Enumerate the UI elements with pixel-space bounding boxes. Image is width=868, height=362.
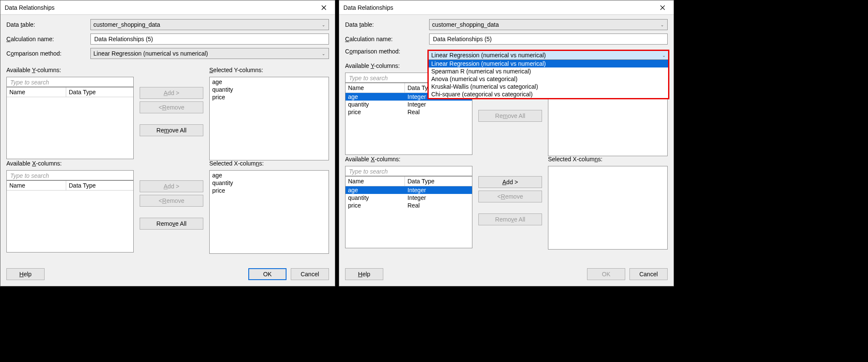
search-y-input[interactable] <box>9 79 131 86</box>
table-row[interactable]: ageInteger <box>346 186 472 194</box>
dropdown-option[interactable]: Linear Regression (numerical vs numerica… <box>429 60 668 67</box>
chevron-down-icon: ⌄ <box>660 22 664 27</box>
dialog-title: Data Relationships <box>5 4 55 11</box>
chevron-down-icon: ⌄ <box>322 51 325 56</box>
calc-name-input-wrap <box>429 34 668 45</box>
dropdown-option[interactable]: Spearman R (numerical vs numerical) <box>429 67 668 75</box>
comp-method-value: Linear Regression (numerical vs numerica… <box>93 50 208 57</box>
cell-name: age <box>346 186 405 194</box>
help-button[interactable]: Help <box>6 268 45 280</box>
titlebar: Data Relationships <box>339 0 674 15</box>
sel-x-label: Selected X-columns: <box>209 160 329 167</box>
cancel-button[interactable]: Cancel <box>291 268 329 280</box>
calc-name-input[interactable] <box>432 35 665 43</box>
comp-method-dropdown[interactable]: Linear Regression (numerical vs numerica… <box>427 50 669 99</box>
search-y-wrap <box>6 77 134 87</box>
comp-method-combo[interactable]: Linear Regression (numerical vs numerica… <box>90 48 329 59</box>
close-icon <box>321 5 326 10</box>
add-x-button[interactable]: Add > <box>478 176 542 188</box>
list-item[interactable]: age <box>212 171 326 179</box>
th-name: Name <box>7 181 66 190</box>
sel-y-list[interactable]: agequantityprice <box>209 77 329 160</box>
list-item[interactable]: price <box>212 93 326 101</box>
sel-x-list[interactable] <box>548 166 668 250</box>
avail-y-label: Available Y-columns: <box>6 67 134 73</box>
th-type: Data Type <box>405 177 472 186</box>
data-table-combo[interactable]: customer_shopping_data ⌄ <box>90 19 329 30</box>
avail-y-header: Name Data Type <box>7 87 133 97</box>
th-name: Name <box>346 177 405 186</box>
sel-x-list[interactable]: agequantityprice <box>209 170 329 254</box>
cell-type: Integer <box>405 101 472 108</box>
th-type: Data Type <box>66 87 133 97</box>
sel-y-label: Selected Y-columns: <box>209 67 329 73</box>
dropdown-option[interactable]: Chi-square (categorical vs categorical) <box>429 90 668 98</box>
th-type: Data Type <box>66 181 133 190</box>
avail-y-list[interactable]: Name Data Type <box>6 87 134 159</box>
list-item[interactable]: price <box>212 187 326 194</box>
chevron-down-icon: ⌄ <box>662 53 666 58</box>
search-x-wrap <box>345 166 472 176</box>
calc-name-input-wrap <box>90 34 329 45</box>
cell-name: quantity <box>346 194 405 202</box>
list-item[interactable]: quantity <box>212 179 326 187</box>
avail-x-label: Available X-columns: <box>345 156 472 163</box>
avail-x-list[interactable]: Name Data Type ageIntegerquantityInteger… <box>345 176 472 248</box>
cell-name: quantity <box>346 101 405 108</box>
comp-method-combo-open[interactable]: Linear Regression (numerical vs numerica… <box>429 51 668 60</box>
calc-name-input[interactable] <box>93 35 326 43</box>
remove-x-button[interactable]: < Remove <box>478 191 542 202</box>
close-button[interactable] <box>654 2 671 13</box>
data-table-value: customer_shopping_data <box>93 21 160 28</box>
sel-x-label: Selected X-columns: <box>548 156 668 163</box>
add-y-button[interactable]: Add > <box>140 87 203 99</box>
ok-button[interactable]: OK <box>587 268 625 280</box>
list-item[interactable]: age <box>212 78 326 86</box>
search-x-input[interactable] <box>348 168 469 175</box>
comp-method-label: Comparison method: <box>6 50 87 57</box>
comp-method-value: Linear Regression (numerical vs numerica… <box>431 52 546 59</box>
table-row[interactable]: priceReal <box>346 108 472 116</box>
close-icon <box>660 5 665 10</box>
list-item[interactable]: quantity <box>212 86 326 93</box>
ok-button[interactable]: OK <box>248 268 287 280</box>
comp-method-label: Comparison method: <box>345 48 426 55</box>
remove-all-y-button[interactable]: Remove All <box>140 124 203 136</box>
avail-x-list[interactable]: Name Data Type <box>6 180 134 253</box>
calc-name-label: Calculation name: <box>345 36 426 42</box>
dropdown-option[interactable]: Anova (numerical vs categorical) <box>429 75 668 83</box>
table-row[interactable]: quantityInteger <box>346 194 472 202</box>
avail-x-header: Name Data Type <box>346 177 472 186</box>
remove-all-y-button[interactable]: Remove All <box>478 110 542 122</box>
cell-type: Integer <box>405 194 472 202</box>
remove-all-x-button[interactable]: Remove All <box>140 218 203 230</box>
cancel-button[interactable]: Cancel <box>629 268 668 280</box>
help-button[interactable]: Help <box>345 268 383 280</box>
remove-x-button[interactable]: < Remove <box>140 195 203 207</box>
remove-all-x-button[interactable]: Remove All <box>478 213 542 225</box>
th-name: Name <box>7 87 66 97</box>
cell-type: Integer <box>405 186 472 194</box>
search-x-input[interactable] <box>9 172 131 180</box>
th-name: Name <box>346 83 405 93</box>
cell-type: Real <box>405 108 472 116</box>
data-table-combo[interactable]: customer_shopping_data ⌄ <box>429 19 668 30</box>
search-x-wrap <box>6 170 134 180</box>
add-x-button[interactable]: Add > <box>140 180 203 192</box>
remove-y-button[interactable]: < Remove <box>140 101 203 113</box>
data-table-value: customer_shopping_data <box>432 21 499 28</box>
close-button[interactable] <box>315 2 332 13</box>
titlebar: Data Relationships <box>0 0 335 15</box>
cell-type: Real <box>405 202 472 209</box>
cell-name: price <box>346 202 405 209</box>
chevron-down-icon: ⌄ <box>322 22 325 27</box>
cell-name: age <box>346 93 405 101</box>
table-row[interactable]: quantityInteger <box>346 101 472 108</box>
dropdown-option[interactable]: Kruskal-Wallis (numerical vs categorical… <box>429 83 668 90</box>
data-table-label: Data table: <box>345 21 426 28</box>
data-table-label: Data table: <box>6 21 87 28</box>
calc-name-label: Calculation name: <box>6 36 87 42</box>
avail-x-label: Available X-columns: <box>6 160 134 167</box>
dialog-title: Data Relationships <box>343 4 393 11</box>
table-row[interactable]: priceReal <box>346 202 472 209</box>
